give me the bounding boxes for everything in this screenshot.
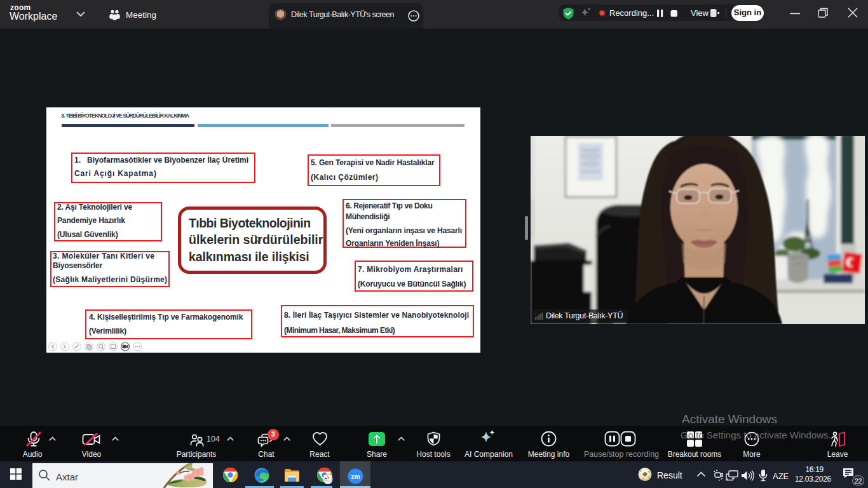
svg-text:zm: zm [351,473,360,480]
